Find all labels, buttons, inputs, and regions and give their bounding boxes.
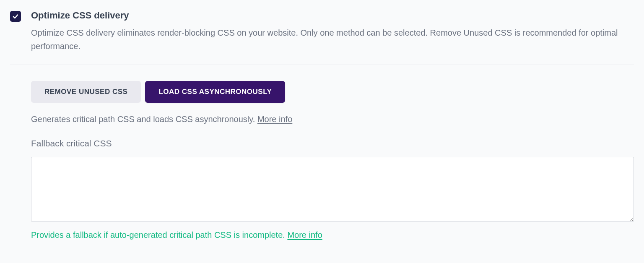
checkmark-icon — [12, 13, 19, 20]
setting-text: Optimize CSS delivery Optimize CSS deliv… — [31, 10, 634, 53]
checkbox-wrapper — [10, 10, 21, 22]
fallback-more-info-link[interactable]: More info — [287, 230, 322, 240]
more-info-link[interactable]: More info — [257, 115, 292, 124]
fallback-label: Fallback critical CSS — [31, 138, 634, 148]
css-method-tabs: Remove Unused CSS Load CSS Asynchronousl… — [31, 81, 634, 103]
tab-remove-unused-css[interactable]: Remove Unused CSS — [31, 81, 141, 103]
fallback-help-text: Provides a fallback if auto-generated cr… — [31, 230, 634, 240]
fallback-help-text-content: Provides a fallback if auto-generated cr… — [31, 230, 287, 240]
setting-description: Optimize CSS delivery eliminates render-… — [31, 26, 634, 53]
tab-load-css-async[interactable]: Load CSS Asynchronously — [145, 81, 285, 103]
tab-description-text: Generates critical path CSS and loads CS… — [31, 115, 257, 124]
setting-title: Optimize CSS delivery — [31, 10, 634, 21]
divider — [10, 65, 634, 65]
setting-header: Optimize CSS delivery Optimize CSS deliv… — [10, 10, 634, 53]
tab-description: Generates critical path CSS and loads CS… — [31, 115, 634, 124]
optimize-css-setting: Optimize CSS delivery Optimize CSS deliv… — [10, 10, 634, 240]
main-content: Remove Unused CSS Load CSS Asynchronousl… — [10, 81, 634, 240]
optimize-css-checkbox[interactable] — [10, 11, 21, 22]
fallback-critical-css-textarea[interactable] — [31, 157, 634, 222]
